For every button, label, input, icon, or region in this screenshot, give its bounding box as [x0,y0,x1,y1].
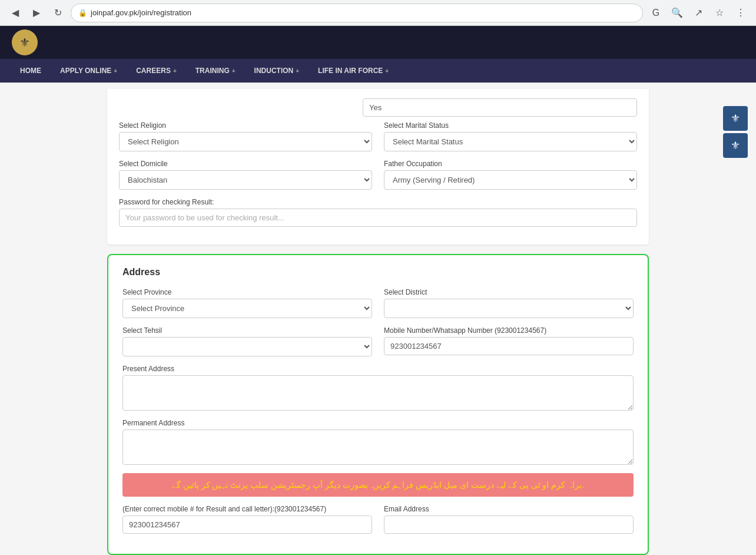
province-group: Select Province Select Province [122,288,372,318]
permanent-address-group: Permanent Address [122,419,634,465]
present-address-row: Present Address [122,365,634,411]
mobile-result-label: (Enter correct mobile # for Result and c… [122,505,372,513]
father-occupation-group: Father Occupation Army (Serving / Retire… [384,160,637,190]
present-address-label: Present Address [122,365,634,373]
alert-text: براہ کرم او ٹی پی کے لیے درست ای میل ایڈ… [172,480,584,490]
present-address-textarea[interactable] [122,375,634,411]
refresh-button[interactable]: ↻ [49,5,66,21]
back-button[interactable]: ◀ [7,5,24,21]
bookmark-icon[interactable]: ☆ [711,5,728,21]
page-content: Select Religion Select Religion Select M… [0,83,756,555]
permanent-address-row: Permanent Address [122,419,634,465]
religion-marital-row: Select Religion Select Religion Select M… [119,121,637,151]
logo-emblem: ⚜ [12,29,38,55]
district-group: Select District [384,288,634,318]
province-select[interactable]: Select Province [122,299,372,318]
permanent-address-textarea[interactable] [122,430,634,465]
religion-group: Select Religion Select Religion [119,121,372,151]
religion-select[interactable]: Select Religion [119,132,372,151]
mobile-result-email-row: (Enter correct mobile # for Result and c… [122,505,634,534]
google-icon[interactable]: G [648,5,664,21]
nav-induction[interactable]: INDUCTION + [246,62,308,80]
address-section: Address Select Province Select Province … [107,254,649,555]
browser-chrome: ◀ ▶ ↻ 🔒 joinpaf.gov.pk/join/registration… [0,0,756,26]
password-input[interactable] [119,209,637,227]
district-select[interactable] [384,299,634,318]
domicile-group: Select Domicile Balochistan [119,160,372,190]
top-personal-section: Select Religion Select Religion Select M… [107,89,649,245]
browser-icon-group: G 🔍 ↗ ☆ ⋮ [648,5,749,21]
nav-plus-training: + [232,68,236,74]
father-occupation-select[interactable]: Army (Serving / Retired) [384,170,637,190]
logo-area: ⚜ [12,29,38,55]
forward-button[interactable]: ▶ [28,5,45,21]
domicile-label: Select Domicile [119,160,372,168]
side-badge-bottom[interactable]: ⚜ [723,133,748,158]
search-icon[interactable]: 🔍 [669,5,685,21]
district-label: Select District [384,288,634,296]
nav-plus-induction: + [296,68,299,74]
tehsil-select[interactable] [122,337,372,356]
header-top: ⚜ [0,26,756,59]
nav-plus-life: + [385,68,389,74]
nav-home[interactable]: HOME [12,62,49,80]
nav-plus-apply: + [114,68,117,74]
province-district-row: Select Province Select Province Select D… [122,288,634,318]
tehsil-group: Select Tehsil [122,326,372,356]
email-group: Email Address [384,505,634,534]
domicile-father-row: Select Domicile Balochistan Father Occup… [119,160,637,190]
nav-apply-online[interactable]: APPLY ONLINE + [52,62,125,80]
mobile-result-group: (Enter correct mobile # for Result and c… [122,505,372,534]
form-container: Select Religion Select Religion Select M… [95,83,661,555]
tehsil-mobile-row: Select Tehsil Mobile Number/Whatsapp Num… [122,326,634,356]
password-group: Password for checking Result: [119,198,637,227]
nav-life-air-force[interactable]: LIFE IN AIR FORCE + [310,62,397,80]
tehsil-label: Select Tehsil [122,326,372,335]
side-badges: ⚜ ⚜ [723,106,748,158]
alert-banner: براہ کرم او ٹی پی کے لیے درست ای میل ایڈ… [122,473,634,497]
mobile-label: Mobile Number/Whatsapp Number (923001234… [384,326,634,335]
permanent-address-label: Permanent Address [122,419,634,427]
mobile-group: Mobile Number/Whatsapp Number (923001234… [384,326,634,356]
password-label: Password for checking Result: [119,198,637,206]
email-label: Email Address [384,505,634,513]
top-value-row [119,98,637,117]
domicile-select[interactable]: Balochistan [119,170,372,190]
province-label: Select Province [122,288,372,296]
marital-select[interactable]: Select Marital Status [384,132,637,151]
email-input[interactable] [384,516,634,534]
mobile-result-input[interactable] [122,516,372,534]
menu-icon[interactable]: ⋮ [732,5,749,21]
nav-careers[interactable]: CAREERS + [128,62,185,80]
present-address-group: Present Address [122,365,634,411]
marital-label: Select Marital Status [384,121,637,130]
nav-plus-careers: + [173,68,177,74]
father-occupation-label: Father Occupation [384,160,637,168]
nav-training[interactable]: TRAINING + [187,62,244,80]
site-header: ⚜ HOME APPLY ONLINE + CAREERS + TRAINING… [0,26,756,83]
password-row: Password for checking Result: [119,198,637,227]
url-text: joinpaf.gov.pk/join/registration [91,8,635,17]
address-section-title: Address [122,267,634,278]
nav-bar: HOME APPLY ONLINE + CAREERS + TRAINING +… [0,59,756,82]
marital-group: Select Marital Status Select Marital Sta… [384,121,637,151]
religion-label: Select Religion [119,121,372,130]
share-icon[interactable]: ↗ [690,5,707,21]
mobile-input[interactable] [384,337,634,355]
lock-icon: 🔒 [78,9,87,17]
side-badge-top[interactable]: ⚜ [723,106,748,131]
address-bar[interactable]: 🔒 joinpaf.gov.pk/join/registration [71,4,643,22]
top-value-input[interactable] [363,98,637,117]
